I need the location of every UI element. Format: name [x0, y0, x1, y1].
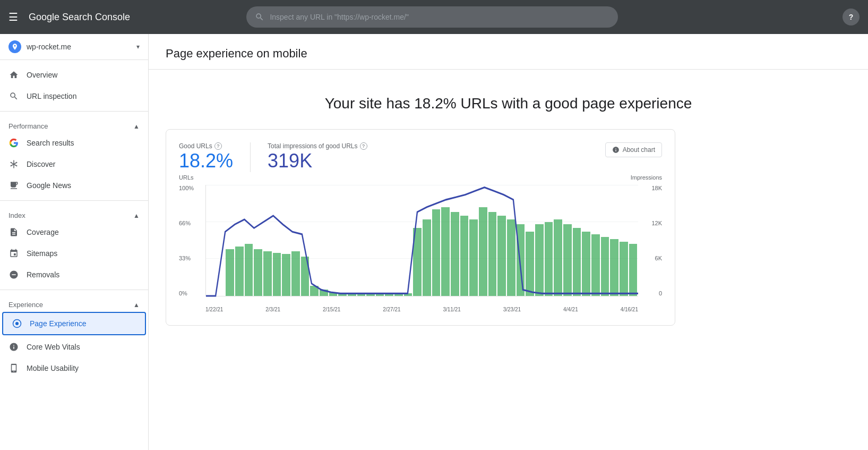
line-chart [206, 185, 638, 296]
search-input[interactable] [270, 13, 609, 21]
svg-point-1 [15, 322, 19, 325]
url-inspection-label: URL inspection [27, 92, 76, 100]
search-results-label: Search results [27, 139, 74, 147]
index-collapse-icon: ▲ [133, 212, 140, 219]
removals-icon [8, 269, 19, 280]
property-name: wp-rocket.me [27, 43, 131, 51]
performance-section-header[interactable]: Performance ▲ [0, 116, 148, 132]
chart-inner [205, 185, 638, 296]
google-g-icon [8, 138, 19, 148]
property-selector[interactable]: wp-rocket.me ▾ [0, 34, 148, 60]
coverage-label: Coverage [27, 228, 59, 236]
sidebar-item-removals[interactable]: Removals [0, 264, 144, 285]
mobile-usability-label: Mobile Usability [27, 364, 79, 372]
chart-card: Good URLs ? 18.2% Total impressions of g… [166, 129, 675, 326]
good-urls-label: Good URLs ? [179, 142, 233, 150]
help-button[interactable]: ? [843, 9, 860, 26]
chart-header-row: Good URLs ? 18.2% Total impressions of g… [179, 142, 662, 185]
core-web-vitals-label: Core Web Vitals [27, 343, 80, 351]
sidebar-item-coverage[interactable]: Coverage [0, 222, 144, 243]
sidebar-item-page-experience[interactable]: Page Experience [2, 312, 146, 335]
y-labels-right: 18K 12K 6K 0 [643, 185, 662, 296]
performance-collapse-icon: ▲ [133, 123, 140, 130]
y-axis-left-label: URLs [179, 174, 194, 181]
good-urls-metric: Good URLs ? 18.2% [179, 142, 251, 172]
sidebar-item-search-results[interactable]: Search results [0, 132, 144, 154]
sidebar-item-overview[interactable]: Overview [0, 64, 144, 86]
line-path [206, 188, 638, 296]
divider-1 [0, 111, 148, 112]
discover-label: Discover [27, 160, 55, 168]
search-circle-icon [8, 91, 19, 101]
index-section-header[interactable]: Index ▲ [0, 205, 148, 222]
page-title: Page experience on mobile [166, 47, 851, 61]
app-logo: Google Search Console [29, 12, 130, 23]
sidebar-item-discover[interactable]: Discover [0, 154, 144, 175]
property-icon [8, 40, 21, 53]
x-labels: 1/22/21 2/3/21 2/15/21 2/27/21 3/11/21 3… [205, 307, 638, 312]
main-content: Page experience on mobile Your site has … [149, 34, 868, 450]
good-urls-value: 18.2% [179, 150, 233, 172]
core-web-vitals-icon [8, 342, 19, 352]
experience-section-title: Experience [8, 301, 43, 309]
property-dropdown-icon: ▾ [136, 43, 140, 50]
sidebar-item-core-web-vitals[interactable]: Core Web Vitals [0, 336, 144, 358]
good-urls-help-icon[interactable]: ? [214, 142, 222, 150]
impressions-value: 319K [268, 150, 367, 172]
impressions-help-icon[interactable]: ? [360, 142, 367, 150]
sidebar-item-url-inspection[interactable]: URL inspection [0, 86, 144, 107]
sidebar-item-mobile-usability[interactable]: Mobile Usability [0, 358, 144, 379]
impressions-metric: Total impressions of good URLs ? 319K [268, 142, 384, 172]
home-icon [8, 70, 19, 80]
experience-collapse-icon: ▲ [133, 301, 140, 309]
asterisk-icon [8, 159, 19, 169]
overview-label: Overview [27, 71, 57, 79]
menu-icon[interactable]: ☰ [8, 11, 18, 23]
headline-text: Your site has 18.2% URLs with a good pag… [166, 95, 851, 112]
impressions-label: Total impressions of good URLs ? [268, 142, 367, 150]
removals-label: Removals [27, 270, 59, 279]
sidebar-item-sitemaps[interactable]: Sitemaps [0, 243, 144, 264]
info-icon [612, 146, 620, 154]
chart-metrics: Good URLs ? 18.2% Total impressions of g… [179, 142, 401, 172]
page-experience-icon [12, 318, 22, 329]
coverage-icon [8, 227, 19, 237]
news-icon [8, 180, 19, 191]
y-axis-right-label: Impressions [631, 174, 662, 181]
y-labels-left: 100% 66% 33% 0% [179, 185, 200, 296]
divider-2 [0, 200, 148, 201]
sidebar-item-google-news[interactable]: Google News [0, 175, 144, 196]
search-icon [255, 12, 264, 22]
divider-3 [0, 290, 148, 290]
mobile-usability-icon [8, 363, 19, 373]
sidebar-nav: Overview URL inspection Performance ▲ Se… [0, 60, 148, 383]
about-chart-button[interactable]: About chart [605, 142, 662, 157]
sidebar: wp-rocket.me ▾ Overview URL inspection [0, 34, 149, 450]
page-header: Page experience on mobile [149, 34, 868, 70]
page-experience-label: Page Experience [30, 319, 87, 328]
performance-section-title: Performance [8, 122, 48, 130]
experience-section-header[interactable]: Experience ▲ [0, 294, 148, 311]
search-bar[interactable] [246, 6, 618, 28]
google-news-label: Google News [27, 181, 71, 190]
sitemaps-icon [8, 248, 19, 259]
about-chart-label: About chart [623, 146, 655, 154]
sitemaps-label: Sitemaps [27, 249, 57, 258]
index-section-title: Index [8, 211, 25, 219]
layout: wp-rocket.me ▾ Overview URL inspection [0, 34, 868, 450]
content-area: Your site has 18.2% URLs with a good pag… [149, 70, 868, 338]
topbar: ☰ Google Search Console ? [0, 0, 868, 34]
chart-area: URLs Impressions 100% 66% 33% 0% 18K 12K… [179, 185, 662, 312]
